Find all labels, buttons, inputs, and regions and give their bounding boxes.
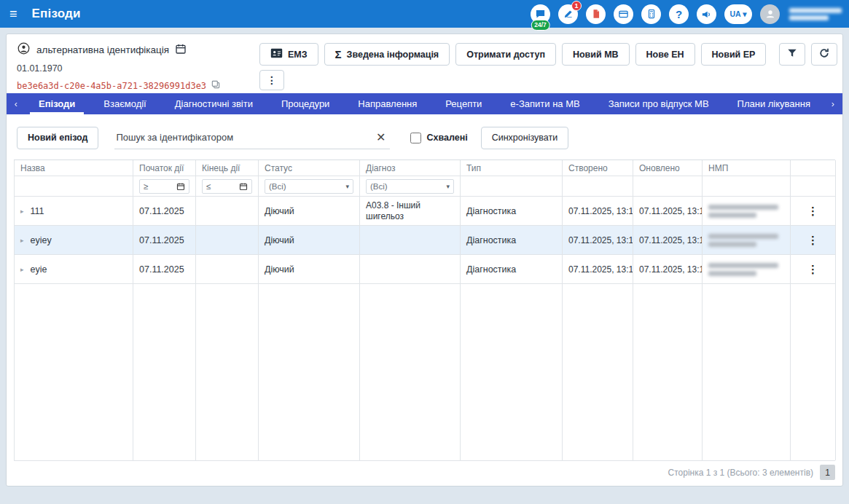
- menu-icon[interactable]: ≡: [9, 7, 17, 22]
- table-row[interactable]: ▸eyie 07.11.2025 Діючий Діагностика 07.1…: [14, 255, 835, 284]
- col-header-type[interactable]: Тип: [461, 160, 563, 176]
- top-app-bar: ≡ Епізоди 24/7 1 ? UA ▾: [0, 0, 849, 28]
- approved-label: Схвалені: [426, 133, 467, 143]
- page-number[interactable]: 1: [820, 465, 835, 480]
- calendar-icon: [239, 182, 248, 191]
- col-header-nmp[interactable]: НМП: [703, 160, 791, 176]
- summary-button[interactable]: Σ Зведена інформація: [324, 43, 450, 66]
- help-icon[interactable]: ?: [669, 4, 689, 24]
- new-er-label: Новий ЕР: [712, 50, 756, 60]
- filter-end-date[interactable]: ≤: [202, 179, 252, 194]
- cell-nmp-redacted: [708, 205, 778, 218]
- col-header-actions: [791, 160, 836, 176]
- cell-created: 07.11.2025, 13:19: [563, 255, 633, 284]
- signature-pen-icon[interactable]: 1: [558, 4, 578, 24]
- row-menu-icon[interactable]: ⋮: [797, 234, 829, 247]
- tab-dispense-records[interactable]: Записи про відпуск МВ: [600, 93, 718, 114]
- cell-start: 07.11.2025: [133, 226, 196, 255]
- row-menu-icon[interactable]: ⋮: [797, 205, 829, 218]
- tab-erequests-mv[interactable]: е-Запити на МВ: [501, 93, 588, 114]
- col-header-end[interactable]: Кінець дії: [196, 160, 259, 176]
- cell-created: 07.11.2025, 13:19: [563, 197, 633, 226]
- section-tabs: ‹ Епізоди Взаємодії Діагностичні звіти П…: [7, 93, 842, 114]
- copy-icon[interactable]: [211, 79, 221, 92]
- summary-label: Зведена інформація: [347, 50, 439, 60]
- tab-interactions[interactable]: Взаємодії: [95, 93, 154, 114]
- table-empty-area: [14, 284, 835, 461]
- patient-birthdate: 01.01.1970: [17, 63, 221, 74]
- main-panel: альтернативна ідентифікація 01.01.1970 b…: [6, 34, 843, 487]
- calculator-icon[interactable]: [641, 4, 661, 24]
- new-er-button[interactable]: Новий ЕР: [701, 43, 767, 66]
- chevron-down-icon: ▾: [345, 183, 349, 190]
- table-row[interactable]: ▸eyiey 07.11.2025 Діючий Діагностика 07.…: [14, 226, 835, 255]
- tabs-scroll-right-icon[interactable]: ›: [823, 93, 842, 114]
- more-actions-button[interactable]: ⋮: [259, 70, 284, 90]
- col-header-diagnosis[interactable]: Діагноз: [360, 160, 461, 176]
- cell-updated: 07.11.2025, 13:19: [633, 197, 703, 226]
- patient-uuid: be3e6a3d-c20e-4a5b-a721-38296991d3e3: [17, 81, 206, 91]
- list-toolbar: Новий епізод ✕ Схвалені Синхронізувати: [17, 125, 832, 151]
- tab-referrals[interactable]: Направлення: [349, 93, 426, 114]
- col-header-start[interactable]: Початок дії: [133, 160, 196, 176]
- emz-label: ЕМЗ: [288, 50, 308, 60]
- pagination-summary: Сторінка 1 з 1 (Всього: 3 елементів): [668, 468, 813, 478]
- patient-name: альтернативна ідентифікація: [36, 44, 169, 55]
- cell-created: 07.11.2025, 13:19: [563, 226, 633, 255]
- sync-button[interactable]: Синхронізувати: [481, 127, 568, 149]
- row-menu-icon[interactable]: ⋮: [797, 263, 829, 276]
- expand-row-icon[interactable]: ▸: [20, 237, 24, 244]
- patient-icon: [17, 42, 31, 58]
- new-episode-label: Новий епізод: [28, 133, 87, 143]
- announcement-icon[interactable]: [697, 4, 716, 24]
- search-field: ✕: [114, 126, 390, 149]
- approved-checkbox[interactable]: [410, 133, 421, 143]
- col-header-status[interactable]: Статус: [259, 160, 360, 176]
- user-name-redacted: [789, 8, 842, 20]
- filter-diagnosis-dropdown[interactable]: (Всі)▾: [366, 179, 454, 194]
- table-row[interactable]: ▸111 07.11.2025 Діючий A03.8 - Інший шиг…: [14, 197, 835, 226]
- table-filter-row: ≥ ≤ (Всі)▾ (Всі)▾: [14, 176, 835, 197]
- new-mv-button[interactable]: Новий МВ: [562, 43, 630, 66]
- pdf-icon[interactable]: [586, 4, 606, 24]
- tabs-scroll-left-icon[interactable]: ‹: [7, 93, 26, 114]
- search-input[interactable]: [114, 132, 367, 143]
- cell-type: Діагностика: [461, 197, 563, 226]
- language-selector[interactable]: UA ▾: [724, 4, 752, 24]
- tab-procedures[interactable]: Процедури: [273, 93, 338, 114]
- tab-diagnostic-reports[interactable]: Діагностичні звіти: [166, 93, 262, 114]
- chat-badge: 24/7: [531, 20, 550, 30]
- cell-status: Діючий: [259, 255, 360, 284]
- col-header-created[interactable]: Створено: [563, 160, 633, 176]
- tab-prescriptions[interactable]: Рецепти: [437, 93, 490, 114]
- cell-name: eyie: [31, 264, 47, 275]
- emz-button[interactable]: ЕМЗ: [259, 43, 318, 66]
- cell-type: Діагностика: [461, 226, 563, 255]
- filter-status-dropdown[interactable]: (Всі)▾: [265, 179, 353, 194]
- chat-icon[interactable]: 24/7: [531, 4, 550, 24]
- cell-nmp-redacted: [708, 263, 778, 276]
- calendar-icon[interactable]: [175, 43, 187, 57]
- cell-updated: 07.11.2025, 13:19: [633, 226, 703, 255]
- chevron-down-icon: ▾: [446, 183, 450, 190]
- refresh-button[interactable]: [811, 43, 837, 66]
- avatar[interactable]: [760, 4, 780, 24]
- table-header-row: Назва Початок дії Кінець дії Статус Діаг…: [14, 160, 835, 176]
- clear-search-icon[interactable]: ✕: [372, 130, 390, 144]
- tab-episodes[interactable]: Епізоди: [30, 93, 84, 114]
- new-episode-button[interactable]: Новий епізод: [17, 127, 98, 149]
- get-access-button[interactable]: Отримати доступ: [455, 43, 556, 66]
- cell-end: [196, 226, 259, 255]
- cell-name: 111: [31, 206, 44, 216]
- expand-row-icon[interactable]: ▸: [20, 266, 24, 273]
- new-en-button[interactable]: Нове ЕН: [635, 43, 695, 66]
- cell-type: Діагностика: [461, 255, 563, 284]
- filter-start-date[interactable]: ≥: [139, 179, 189, 194]
- record-toolbar: ЕМЗ Σ Зведена інформація Отримати доступ…: [259, 43, 837, 66]
- col-header-name[interactable]: Назва: [14, 160, 133, 176]
- col-header-updated[interactable]: Оновлено: [633, 160, 703, 176]
- expand-row-icon[interactable]: ▸: [20, 208, 24, 215]
- filter-button[interactable]: [779, 43, 805, 66]
- tab-treatment-plans[interactable]: Плани лікування: [729, 93, 819, 114]
- payment-card-icon[interactable]: [614, 4, 633, 24]
